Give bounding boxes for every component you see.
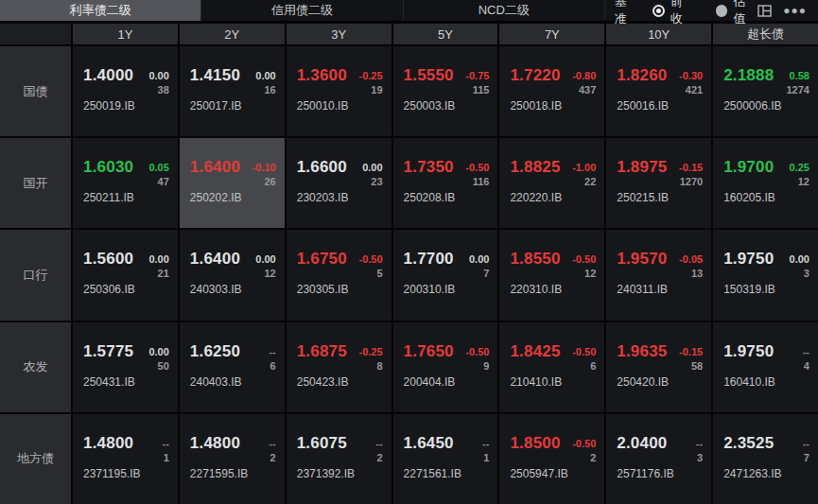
yield-cell[interactable]: 1.7650-0.509200404.IB	[393, 322, 498, 412]
yield-cell[interactable]: 1.57750.0050250431.IB	[73, 322, 178, 412]
row-label: 国债	[0, 46, 71, 136]
yield-value: 1.4800	[190, 434, 240, 453]
bond-code: 230203.IB	[297, 191, 383, 204]
column-header: 超长债	[713, 24, 818, 44]
yield-cell[interactable]: 1.6075--22371392.IB	[287, 414, 392, 504]
row-label: 国开	[0, 138, 71, 228]
yield-value: 1.6450	[404, 434, 454, 453]
yield-value: 2.3525	[723, 434, 774, 453]
yield-cell[interactable]: 1.4800--12371195.IB	[73, 414, 178, 504]
volume-count: 7	[803, 452, 809, 464]
bond-code: 240403.IB	[190, 375, 276, 389]
bond-code: 160410.IB	[723, 375, 809, 389]
yield-cell[interactable]: 1.6400-0.1026250202.IB	[180, 138, 285, 228]
change-value: 0.25	[790, 158, 809, 174]
yield-cell[interactable]: 1.41500.0016250017.IB	[180, 46, 285, 136]
bond-code: 250003.IB	[404, 99, 490, 113]
bond-code: 250016.IB	[617, 99, 703, 113]
column-header: 2Y	[180, 24, 285, 44]
yield-cell[interactable]: 1.40000.0038250019.IB	[73, 46, 178, 136]
yield-cell[interactable]: 1.66000.0023230203.IB	[287, 138, 392, 228]
yield-cell[interactable]: 1.77000.007200310.IB	[393, 230, 498, 320]
yield-value: 1.6250	[190, 342, 240, 361]
volume-count: 19	[358, 84, 382, 96]
yield-cell[interactable]: 1.4800--22271595.IB	[180, 414, 285, 504]
bond-code: 2371392.IB	[297, 467, 383, 480]
yield-cell[interactable]: 2.18880.5812742500006.IB	[713, 46, 818, 136]
yield-cell[interactable]: 1.7350-0.50116250208.IB	[393, 138, 498, 228]
column-header: 10Y	[606, 24, 711, 44]
bond-code: 250202.IB	[190, 191, 276, 204]
change-value: 0.00	[255, 66, 275, 82]
layout-icon[interactable]	[757, 5, 772, 17]
bond-code: 220220.IB	[510, 191, 596, 204]
yield-cell[interactable]: 1.6450--12271561.IB	[393, 414, 498, 504]
yield-cell[interactable]: 1.8975-0.151270250215.IB	[606, 138, 711, 228]
change-value: --	[696, 434, 703, 450]
volume-count: 2	[375, 452, 382, 464]
change-value: --	[269, 342, 275, 358]
volume-count: 58	[679, 360, 703, 373]
volume-count: 2	[269, 452, 275, 464]
change-value: -1.00	[572, 158, 596, 174]
yield-cell[interactable]: 1.60300.0547250211.IB	[73, 138, 178, 228]
yield-cell[interactable]: 1.3600-0.2519250010.IB	[287, 46, 392, 136]
yield-cell[interactable]: 1.7220-0.80437250018.IB	[499, 46, 604, 136]
volume-count: 1270	[679, 176, 703, 188]
yield-value: 2.1888	[723, 66, 774, 85]
volume-count: 12	[255, 268, 275, 280]
volume-count: 26	[252, 176, 276, 188]
change-value: -0.50	[465, 158, 489, 174]
more-icon[interactable]: ●●●	[783, 6, 807, 15]
yield-cell[interactable]: 1.6750-0.505230305.IB	[287, 230, 392, 320]
yield-cell[interactable]: 1.97500.003150319.IB	[713, 230, 818, 320]
change-value: -0.10	[252, 158, 276, 174]
volume-count: 22	[572, 176, 596, 188]
change-value: -0.50	[572, 434, 596, 450]
radio-icon-valuation[interactable]	[716, 5, 728, 17]
yield-cell[interactable]: 1.9750--4160410.IB	[713, 322, 818, 412]
tab-ncd-secondary[interactable]: NCD二级	[404, 0, 605, 21]
yield-cell[interactable]: 1.97000.2512160205.IB	[713, 138, 818, 228]
change-value: --	[375, 434, 382, 450]
bond-code: 240311.IB	[617, 283, 703, 296]
yield-cell[interactable]: 1.64000.0012240303.IB	[180, 230, 285, 320]
tab-credit-secondary[interactable]: 信用债二级	[201, 0, 403, 21]
tab-bar: 利率债二级信用债二级NCD二级	[0, 0, 605, 21]
yield-cell[interactable]: 1.9635-0.1558250420.IB	[606, 322, 711, 412]
bond-code: 250306.IB	[83, 283, 169, 296]
yield-value: 1.6600	[297, 158, 347, 177]
row-label: 农发	[0, 322, 71, 412]
yield-cell[interactable]: 1.8550-0.5012220310.IB	[499, 230, 604, 320]
yield-cell[interactable]: 2.0400--32571176.IB	[606, 414, 711, 504]
yield-cell[interactable]: 1.5550-0.75115250003.IB	[393, 46, 498, 136]
yield-cell[interactable]: 1.8260-0.30421250016.IB	[606, 46, 711, 136]
bond-code: 250010.IB	[297, 99, 383, 113]
change-value: -0.25	[358, 342, 382, 358]
bond-code: 250017.IB	[190, 99, 276, 113]
bond-code: 2271595.IB	[190, 467, 276, 480]
yield-cell[interactable]: 1.6875-0.258250423.IB	[287, 322, 392, 412]
volume-count: 1	[482, 452, 489, 464]
bond-code: 250423.IB	[297, 375, 383, 389]
column-header: 1Y	[73, 24, 178, 44]
radio-icon-prev-close[interactable]	[653, 5, 665, 17]
yield-cell[interactable]: 1.6250--6240403.IB	[180, 322, 285, 412]
bond-code: 210410.IB	[510, 375, 596, 389]
volume-count: 38	[148, 84, 168, 96]
yield-cell[interactable]: 1.56000.0021250306.IB	[73, 230, 178, 320]
yield-cell[interactable]: 2.3525--72471263.IB	[713, 414, 818, 504]
yield-cell[interactable]: 1.8825-1.0022220220.IB	[499, 138, 604, 228]
yield-value: 1.5600	[83, 250, 133, 269]
change-value: -0.30	[679, 66, 703, 82]
yield-cell[interactable]: 1.8425-0.506210410.IB	[499, 322, 604, 412]
top-bar: 利率债二级信用债二级NCD二级 基准 前收估值 ●●●	[0, 0, 818, 21]
yield-value: 2.0400	[617, 434, 667, 453]
yield-value: 1.7350	[404, 158, 454, 177]
yield-cell[interactable]: 1.8500-0.5022505947.IB	[499, 414, 604, 504]
corner-cell	[0, 24, 71, 44]
yield-cell[interactable]: 1.9570-0.0513240311.IB	[606, 230, 711, 320]
tab-rates-secondary[interactable]: 利率债二级	[0, 0, 201, 21]
volume-count: 1	[163, 452, 169, 464]
row-label: 口行	[0, 230, 71, 320]
